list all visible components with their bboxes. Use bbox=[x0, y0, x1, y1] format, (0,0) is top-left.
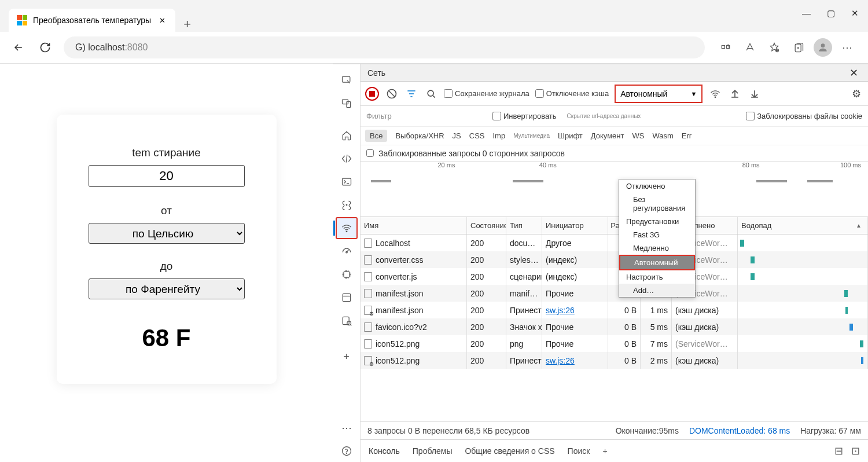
type-doc[interactable]: Документ bbox=[591, 131, 624, 140]
help-icon[interactable] bbox=[336, 440, 358, 462]
browser-tabstrip: Преобразователь температуры ✕ + bbox=[0, 0, 868, 32]
elements-icon[interactable] bbox=[336, 148, 358, 170]
file-icon bbox=[364, 322, 372, 332]
svg-point-4 bbox=[821, 43, 825, 47]
minimize-button[interactable]: — bbox=[802, 8, 811, 19]
filter-input[interactable]: Фильтр bbox=[366, 112, 482, 120]
type-wasm[interactable]: Wasm bbox=[652, 131, 673, 140]
drawer-search[interactable]: Поиск bbox=[568, 446, 590, 456]
type-css[interactable]: CSS bbox=[469, 131, 485, 140]
drawer-issues[interactable]: Проблемы bbox=[413, 446, 453, 456]
from-select[interactable]: по Цельсию bbox=[89, 223, 245, 244]
close-window-button[interactable]: ✕ bbox=[851, 8, 859, 19]
wifi-icon[interactable] bbox=[708, 87, 722, 101]
download-icon[interactable] bbox=[748, 87, 762, 101]
performance-icon[interactable] bbox=[336, 240, 358, 262]
drawer-expand-icon[interactable]: ⊡ bbox=[851, 445, 860, 457]
favorites-icon[interactable] bbox=[764, 37, 785, 58]
drawer-console[interactable]: Консоль bbox=[369, 446, 400, 456]
url-input[interactable]: G) localhost :8080 bbox=[64, 36, 705, 58]
type-js[interactable]: JS bbox=[453, 131, 461, 140]
network-timeline[interactable]: 20 ms40 ms80 ms100 ms Отключено Без регу… bbox=[361, 162, 868, 217]
table-row[interactable]: favicon.ico?v2 200 Значок х Прочие 0 B 5… bbox=[361, 318, 868, 335]
preserve-log-checkbox[interactable]: Сохранение журнала bbox=[444, 89, 529, 98]
disable-cache-checkbox[interactable]: Отключение кэша bbox=[535, 89, 609, 98]
svg-point-17 bbox=[346, 453, 347, 454]
collections-icon[interactable] bbox=[788, 37, 809, 58]
throttle-dropdown: Отключено Без регулирования Предустановк… bbox=[619, 179, 696, 298]
table-row[interactable]: manifest.json 200 manif… Прочие 0 B 4 ms… bbox=[361, 285, 868, 302]
type-fetch-xhr[interactable]: Выборка/XHR bbox=[395, 131, 444, 140]
network-toolbar: Сохранение журнала Отключение кэша Автон… bbox=[361, 82, 868, 106]
extensions-icon[interactable] bbox=[715, 37, 736, 58]
panel-title: Сеть bbox=[367, 68, 385, 78]
type-font[interactable]: Шрифт bbox=[558, 131, 583, 140]
drawer-errors-icon[interactable]: ⊟ bbox=[834, 445, 843, 457]
type-err[interactable]: Err bbox=[682, 131, 692, 140]
record-button[interactable] bbox=[365, 87, 379, 101]
inspect-icon[interactable] bbox=[336, 69, 358, 91]
svg-point-9 bbox=[346, 204, 347, 206]
file-icon bbox=[364, 239, 372, 248]
drawer-css-overview[interactable]: Общие сведения о CSS bbox=[465, 446, 554, 456]
type-media[interactable]: Мультимедиа bbox=[513, 133, 550, 139]
type-ws[interactable]: WS bbox=[632, 131, 644, 140]
maximize-button[interactable]: ▢ bbox=[827, 8, 835, 19]
col-type[interactable]: Тип bbox=[506, 217, 542, 234]
new-tab-button[interactable]: + bbox=[175, 17, 199, 32]
refresh-button[interactable] bbox=[37, 39, 53, 56]
type-all[interactable]: Все bbox=[365, 130, 387, 142]
settings-icon[interactable]: ⚙ bbox=[849, 87, 863, 101]
table-row[interactable]: manifest.json 200 Принести sw.js:26 0 B … bbox=[361, 302, 868, 318]
network-icon[interactable] bbox=[336, 217, 358, 239]
upload-icon[interactable] bbox=[728, 87, 742, 101]
svg-rect-13 bbox=[343, 294, 350, 301]
file-icon bbox=[364, 272, 372, 281]
blocked-cookies-checkbox[interactable]: Заблокированы файлы cookie bbox=[746, 112, 862, 120]
table-row[interactable]: icon512.png 200 Принести sw.js:26 0 B 2 … bbox=[361, 352, 868, 369]
throttle-option-disabled[interactable]: Отключено bbox=[619, 179, 695, 193]
invert-checkbox[interactable]: Инвертировать bbox=[492, 112, 557, 120]
hide-data-urls[interactable]: Скрытие url-адреса данных bbox=[567, 113, 641, 119]
table-row[interactable]: Localhost 200 docu… Другое 0 B 10 ms (Se… bbox=[361, 234, 868, 251]
to-select[interactable]: по Фаренгейту bbox=[89, 278, 245, 299]
throttle-option-none[interactable]: Без регулирования bbox=[619, 193, 695, 215]
read-aloud-icon[interactable] bbox=[740, 37, 760, 58]
close-icon[interactable]: ✕ bbox=[157, 15, 167, 25]
throttle-option-slow3g[interactable]: Медленно bbox=[619, 241, 695, 255]
throttle-option-fast3g[interactable]: Fast 3G bbox=[619, 228, 695, 241]
throttle-select[interactable]: Автономный▼ bbox=[615, 85, 703, 103]
add-panel-icon[interactable]: + bbox=[336, 346, 358, 368]
col-initiator[interactable]: Инициатор bbox=[542, 217, 608, 234]
type-img[interactable]: Imp bbox=[493, 131, 506, 140]
col-waterfall[interactable]: Водопад bbox=[738, 217, 868, 234]
temperature-input[interactable] bbox=[89, 165, 245, 187]
menu-button[interactable]: ⋯ bbox=[837, 37, 858, 58]
browser-tab[interactable]: Преобразователь температуры ✕ bbox=[9, 9, 175, 32]
filter-row: Фильтр Инвертировать Скрытие url-адреса … bbox=[361, 106, 868, 127]
col-status[interactable]: Состояние bbox=[467, 217, 506, 234]
col-name[interactable]: Имя bbox=[361, 217, 467, 234]
search-icon[interactable] bbox=[424, 87, 438, 101]
devtools-close-button[interactable]: ✕ bbox=[846, 65, 861, 80]
table-row[interactable]: converter.css 200 styles… (индекс) 0 B 6… bbox=[361, 251, 868, 268]
tab-title: Преобразователь температуры bbox=[33, 16, 151, 25]
sources-icon[interactable] bbox=[336, 194, 358, 216]
console-icon[interactable] bbox=[336, 171, 358, 193]
back-button[interactable] bbox=[10, 39, 27, 56]
throttle-add-button[interactable]: Add… bbox=[619, 284, 695, 297]
drawer-add[interactable]: + bbox=[602, 446, 607, 456]
welcome-icon[interactable] bbox=[336, 124, 358, 146]
memory-icon[interactable] bbox=[336, 263, 358, 285]
throttle-option-offline[interactable]: Автономный bbox=[619, 255, 695, 270]
more-icon[interactable]: ⋯ bbox=[336, 417, 358, 439]
application-icon[interactable] bbox=[336, 287, 358, 309]
table-row[interactable]: converter.js 200 сценарий (индекс) 0 B 6… bbox=[361, 268, 868, 285]
security-icon[interactable] bbox=[336, 310, 358, 332]
clear-icon[interactable] bbox=[385, 87, 399, 101]
device-toggle-icon[interactable] bbox=[336, 92, 358, 114]
table-row[interactable]: icon512.png 200 png Прочие 0 B 7 ms (Ser… bbox=[361, 335, 868, 352]
profile-avatar[interactable] bbox=[812, 37, 833, 58]
filter-icon[interactable] bbox=[404, 87, 418, 101]
blocked-requests-checkbox[interactable] bbox=[366, 149, 374, 157]
